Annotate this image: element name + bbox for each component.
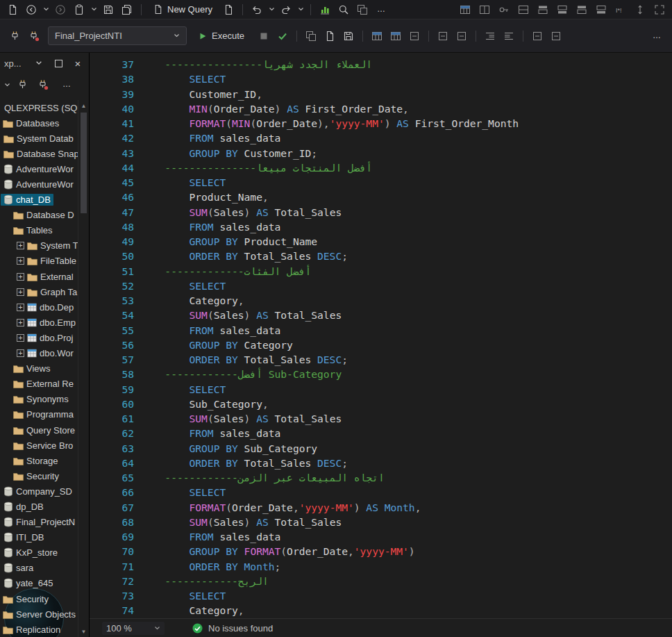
- fit-to-window-icon[interactable]: [651, 2, 668, 17]
- more-icon[interactable]: …: [648, 28, 665, 44]
- connect-object-icon[interactable]: [7, 28, 24, 44]
- tree-item[interactable]: +External: [0, 269, 78, 284]
- indent-icon[interactable]: [482, 28, 498, 44]
- tree-item[interactable]: Final_ProjectN: [0, 515, 78, 530]
- code-line[interactable]: 66 SELECT: [90, 485, 672, 499]
- issues-status[interactable]: No issues found: [192, 623, 273, 634]
- tree-item[interactable]: +Graph Ta: [0, 284, 78, 299]
- close-icon[interactable]: ×: [68, 55, 87, 72]
- tree-item[interactable]: +System T: [0, 238, 78, 254]
- tree-item[interactable]: Views: [0, 361, 78, 377]
- code-line[interactable]: 37 ----------------العملاء الجدد شهريا: [90, 57, 672, 72]
- code-line[interactable]: 68 SUM(Sales) AS Total_Sales: [90, 515, 672, 529]
- code-line[interactable]: 45 SELECT: [90, 175, 672, 190]
- tree-item[interactable]: Storage: [0, 453, 78, 468]
- edit-table-icon[interactable]: [457, 2, 473, 17]
- code-line[interactable]: 59 SELECT: [90, 382, 672, 397]
- results-file-icon[interactable]: [340, 28, 357, 44]
- code-line[interactable]: 62 FROM sales_data: [90, 426, 672, 440]
- include-plan-icon[interactable]: [435, 28, 451, 44]
- connect-object-icon[interactable]: [15, 77, 31, 92]
- chevron-down-icon[interactable]: [296, 2, 305, 17]
- tree-item[interactable]: +dbo.Emp: [0, 315, 78, 330]
- panel-top-icon[interactable]: [535, 2, 551, 17]
- code-line[interactable]: 64 ORDER BY Total_Sales DESC;: [90, 456, 672, 470]
- save-all-icon[interactable]: [119, 2, 135, 17]
- code-line[interactable]: 71 ORDER BY Month;: [90, 559, 672, 574]
- code-line[interactable]: 54 SUM(Sales) AS Total_Sales: [90, 308, 672, 322]
- tree-item[interactable]: +FileTable: [0, 254, 78, 269]
- chevron-down-icon[interactable]: [267, 2, 276, 17]
- tree-scrollbar[interactable]: ▲ ▼: [78, 100, 89, 637]
- results-grid-icon[interactable]: [303, 28, 319, 44]
- zoom-selector[interactable]: 100 %: [102, 622, 165, 635]
- nav-forward-icon[interactable]: [52, 2, 69, 17]
- tree-item[interactable]: ITI_DB: [0, 530, 78, 545]
- tree-item[interactable]: +dbo.Wor: [0, 346, 78, 361]
- more-icon[interactable]: …: [373, 2, 389, 17]
- code-line[interactable]: 40 MIN(Order_Date) AS First_Order_Date,: [90, 101, 672, 116]
- code-line[interactable]: 53 Category,: [90, 293, 672, 308]
- disconnect-object-icon[interactable]: [26, 28, 42, 44]
- tree-item[interactable]: dp_DB: [0, 499, 78, 514]
- code-line[interactable]: 67 FORMAT(Order_Date,'yyyy-MM') AS Month…: [90, 500, 672, 515]
- split-columns-icon[interactable]: [476, 2, 493, 17]
- tree-item[interactable]: Security: [0, 468, 78, 483]
- specify-values-icon[interactable]: [406, 28, 423, 44]
- expand-icon[interactable]: +: [17, 273, 24, 281]
- paste-icon[interactable]: [71, 2, 87, 17]
- tree-item[interactable]: Service Bro: [0, 438, 78, 453]
- code-line[interactable]: 41 FORMAT(MIN(Order_Date),'yyyy-MM') AS …: [90, 116, 672, 131]
- code-line[interactable]: 39 Customer_ID,: [90, 87, 672, 101]
- expand-icon[interactable]: +: [17, 242, 24, 249]
- compare-files-icon[interactable]: [354, 2, 371, 17]
- tree-item[interactable]: KxP_store: [0, 545, 78, 561]
- nav-back-icon[interactable]: [23, 2, 40, 17]
- tree-item[interactable]: chat_DB: [0, 192, 78, 208]
- tree-item[interactable]: System Datab: [0, 131, 78, 146]
- new-document-icon[interactable]: [220, 2, 237, 17]
- chevron-down-icon[interactable]: [29, 55, 49, 72]
- tree-item[interactable]: Query Store: [0, 422, 78, 438]
- stop-icon[interactable]: [255, 28, 272, 44]
- tree-item[interactable]: Server Objects: [0, 606, 78, 622]
- tree-item[interactable]: +dbo.Dep: [0, 299, 78, 315]
- code-line[interactable]: 60 Sub_Category,: [90, 397, 672, 411]
- code-line[interactable]: 65 ------------اتجاه المبيعات عبر الزمن: [90, 470, 672, 485]
- code-line[interactable]: 55 FROM sales_data: [90, 323, 672, 338]
- include-stats-icon[interactable]: [453, 28, 470, 44]
- tree-item[interactable]: Databases: [0, 115, 78, 131]
- code-line[interactable]: 38 SELECT: [90, 72, 672, 86]
- code-line[interactable]: 44 ---------------أفضل المنتجات مبيعا: [90, 160, 672, 175]
- code-line[interactable]: 57 ORDER BY Total_Sales DESC;: [90, 352, 672, 367]
- sql-editor[interactable]: 37 ----------------العملاء الجدد شهريا38…: [90, 53, 672, 618]
- chevron-down-icon[interactable]: [3, 77, 11, 92]
- code-line[interactable]: 47 SUM(Sales) AS Total_Sales: [90, 205, 672, 220]
- tree-item[interactable]: +dbo.Proj: [0, 330, 78, 345]
- execute-button[interactable]: Execute: [192, 27, 250, 45]
- code-line[interactable]: 48 FROM sales_data: [90, 220, 672, 234]
- search-database-icon[interactable]: [335, 2, 352, 17]
- panel-bottom-icon[interactable]: [554, 2, 571, 17]
- outdent-icon[interactable]: [501, 28, 517, 44]
- parse-check-icon[interactable]: [274, 28, 291, 44]
- comment-icon[interactable]: [529, 28, 546, 44]
- scrollbar-thumb[interactable]: [81, 113, 87, 213]
- code-line[interactable]: 61 SUM(Sales) AS Total_Sales: [90, 411, 672, 426]
- code-line[interactable]: 42 FROM sales_data: [90, 131, 672, 145]
- record-top-icon[interactable]: [573, 2, 590, 17]
- code-line[interactable]: 73 SELECT: [90, 588, 672, 603]
- tree-item[interactable]: Synonyms: [0, 392, 78, 407]
- code-line[interactable]: 43 GROUP BY Customer_ID;: [90, 146, 672, 160]
- tree-item[interactable]: Company_SD: [0, 483, 78, 499]
- code-line[interactable]: 50 ORDER BY Total_Sales DESC;: [90, 249, 672, 263]
- code-line[interactable]: 63 GROUP BY Sub_Category: [90, 441, 672, 456]
- tree-item[interactable]: Database D: [0, 208, 78, 223]
- results-text-icon[interactable]: [321, 28, 338, 44]
- expand-icon[interactable]: +: [17, 257, 24, 265]
- save-icon[interactable]: [100, 2, 117, 17]
- tree-item[interactable]: yate_645: [0, 576, 78, 591]
- redo-icon[interactable]: [278, 2, 294, 17]
- code-line[interactable]: 49 GROUP BY Product_Name: [90, 234, 672, 249]
- code-line[interactable]: 70 GROUP BY FORMAT(Order_Date,'yyyy-MM'): [90, 544, 672, 559]
